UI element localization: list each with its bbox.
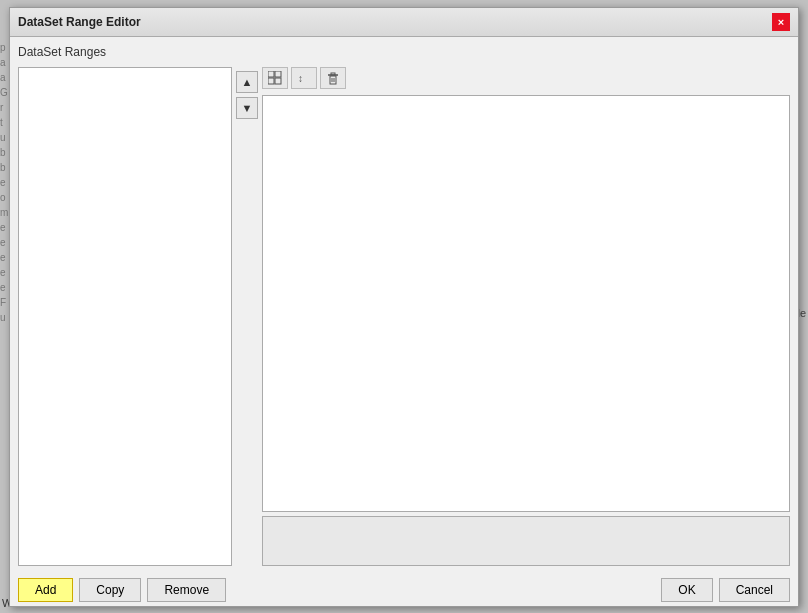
main-area: ▲ ▼ bbox=[18, 67, 790, 566]
dataset-ranges-label: DataSet Ranges bbox=[18, 45, 790, 59]
toolbar-grid-button[interactable] bbox=[262, 67, 288, 89]
toolbar-sort-button[interactable]: ↕ bbox=[291, 67, 317, 89]
close-button[interactable]: × bbox=[772, 13, 790, 31]
copy-button[interactable]: Copy bbox=[79, 578, 141, 602]
arrow-buttons: ▲ ▼ bbox=[236, 67, 258, 566]
main-editor-area[interactable] bbox=[262, 95, 790, 512]
up-arrow-icon: ▲ bbox=[242, 76, 253, 88]
title-bar: DataSet Range Editor × bbox=[10, 8, 798, 37]
remove-button[interactable]: Remove bbox=[147, 578, 226, 602]
dataset-list[interactable] bbox=[18, 67, 232, 566]
delete-icon bbox=[326, 71, 340, 85]
down-arrow-icon: ▼ bbox=[242, 102, 253, 114]
svg-text:↕: ↕ bbox=[298, 73, 303, 84]
grid-icon bbox=[268, 71, 282, 85]
svg-rect-6 bbox=[330, 76, 336, 84]
dialog-title: DataSet Range Editor bbox=[18, 15, 141, 29]
cancel-button[interactable]: Cancel bbox=[719, 578, 790, 602]
svg-rect-0 bbox=[268, 71, 274, 77]
dialog-content: DataSet Ranges ▲ ▼ bbox=[10, 37, 798, 574]
properties-panel bbox=[262, 516, 790, 566]
svg-rect-9 bbox=[331, 73, 335, 75]
dataset-range-editor-dialog: DataSet Range Editor × DataSet Ranges ▲ … bbox=[9, 7, 799, 607]
svg-rect-3 bbox=[275, 78, 281, 84]
bottom-buttons-area: Add Copy Remove OK Cancel bbox=[10, 574, 798, 606]
move-up-button[interactable]: ▲ bbox=[236, 71, 258, 93]
sort-icon: ↕ bbox=[297, 71, 311, 85]
left-panel: ▲ ▼ bbox=[18, 67, 258, 566]
right-action-buttons: OK Cancel bbox=[661, 578, 790, 602]
move-down-button[interactable]: ▼ bbox=[236, 97, 258, 119]
toolbar-delete-button[interactable] bbox=[320, 67, 346, 89]
right-section: ↕ bbox=[262, 67, 790, 566]
ok-button[interactable]: OK bbox=[661, 578, 712, 602]
svg-rect-2 bbox=[268, 78, 274, 84]
add-button[interactable]: Add bbox=[18, 578, 73, 602]
toolbar: ↕ bbox=[262, 67, 790, 89]
left-action-buttons: Add Copy Remove bbox=[18, 578, 226, 602]
svg-rect-1 bbox=[275, 71, 281, 77]
